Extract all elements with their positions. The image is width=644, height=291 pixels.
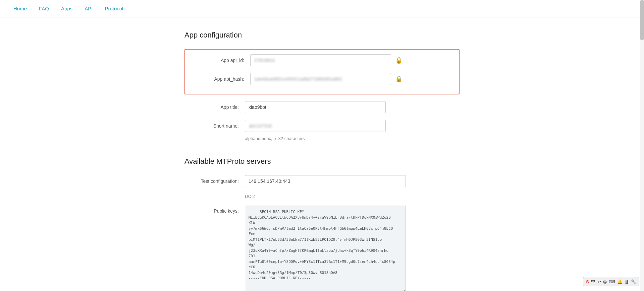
mtproto-section: Available MTProto servers Test configura… [184, 157, 460, 291]
short-name-row: Short name: [184, 120, 460, 132]
api-id-row: App api_id: 🔒 [190, 54, 454, 66]
tray-icon-s: S [586, 279, 589, 284]
api-id-label: App api_id: [190, 58, 250, 63]
tray-icon-circle: ◎ [603, 279, 607, 284]
api-hash-row: App api_hash: 🔒 [190, 73, 454, 85]
app-config-section: App configuration App api_id: 🔒 App api_… [184, 31, 460, 141]
app-config-title: App configuration [184, 31, 460, 40]
short-name-hint: alphanumeric, 5–32 characters [245, 136, 460, 141]
api-id-input[interactable] [250, 54, 391, 66]
nav-home[interactable]: Home [13, 6, 27, 11]
public-keys-row: Public keys: [184, 206, 460, 291]
tray-icon-bell: 🔔 [617, 279, 623, 284]
app-title-label: App title: [184, 104, 245, 110]
tray-icon-zh: 中 [591, 279, 595, 285]
api-hash-label: App api_hash: [190, 76, 250, 82]
scroll-thumb[interactable] [640, 0, 644, 40]
main-content: App configuration App api_id: 🔒 App api_… [178, 17, 466, 291]
tray-icon-back: ↩ [597, 279, 601, 284]
app-title-input[interactable] [245, 101, 386, 113]
nav-api[interactable]: API [85, 6, 93, 11]
dc-label: DC 2 [245, 194, 460, 199]
tray-icon-keyboard: ⌨ [609, 279, 615, 284]
short-name-label: Short name: [184, 123, 245, 129]
scrollbar[interactable] [640, 0, 644, 291]
public-keys-label: Public keys: [184, 206, 245, 214]
sensitive-fields-container: App api_id: 🔒 App api_hash: 🔒 [184, 49, 460, 94]
nav-bar: Home FAQ Apps API Protocol [0, 0, 644, 17]
mtproto-title: Available MTProto servers [184, 157, 460, 166]
test-config-input[interactable] [245, 175, 406, 187]
nav-faq[interactable]: FAQ [39, 6, 49, 11]
nav-apps[interactable]: Apps [61, 6, 72, 11]
app-title-row: App title: [184, 101, 460, 113]
nav-protocol[interactable]: Protocol [105, 6, 123, 11]
test-config-label: Test configuration: [184, 178, 245, 184]
short-name-input[interactable] [245, 120, 386, 132]
api-hash-lock-icon[interactable]: 🔒 [395, 75, 402, 83]
system-tray: S 中 ↩ ◎ ⌨ 🔔 🗑 🔧 [583, 277, 639, 286]
test-config-row: Test configuration: [184, 175, 460, 187]
api-id-lock-icon[interactable]: 🔒 [395, 57, 402, 64]
public-keys-textarea[interactable] [245, 206, 406, 291]
tray-icon-wrench: 🔧 [631, 279, 636, 284]
api-hash-input[interactable] [250, 73, 391, 85]
tray-icon-trash: 🗑 [625, 279, 629, 284]
